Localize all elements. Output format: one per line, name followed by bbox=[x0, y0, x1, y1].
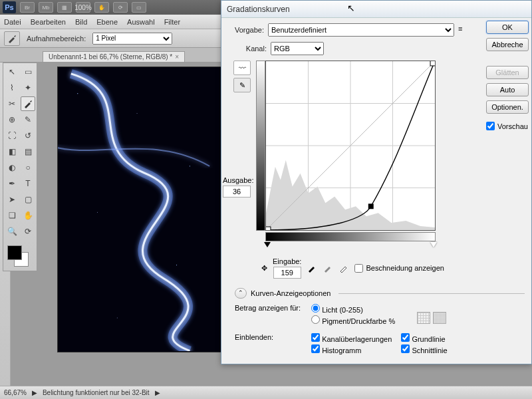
color-swatches[interactable] bbox=[5, 243, 35, 267]
svg-point-1 bbox=[137, 113, 138, 114]
sample-size-label: Aufnahmebereich: bbox=[27, 35, 86, 43]
eyedropper-tool[interactable] bbox=[21, 96, 35, 111]
black-eyedropper-icon[interactable] bbox=[307, 263, 317, 273]
ps-logo: Ps bbox=[3, 1, 16, 13]
magic-wand-tool[interactable]: ✦ bbox=[21, 80, 35, 95]
target-adjust-icon[interactable]: ✥ bbox=[261, 264, 267, 273]
pigment-radio-label: Pigment/Druckfarbe % bbox=[322, 317, 395, 325]
status-message: Belichtung funktioniert nur bei 32-Bit bbox=[43, 389, 150, 396]
amount-label: Betrag anzeigen für: bbox=[235, 304, 309, 312]
svg-point-4 bbox=[176, 265, 177, 265]
lasso-tool[interactable]: ⌇ bbox=[5, 80, 19, 95]
input-input[interactable] bbox=[273, 267, 301, 279]
close-icon[interactable]: × bbox=[175, 53, 179, 61]
minibridge-button[interactable]: Mb bbox=[39, 2, 53, 13]
light-radio-label: Licht (0-255) bbox=[322, 306, 363, 314]
curve-canvas[interactable] bbox=[265, 61, 436, 231]
gradient-tool[interactable]: ▤ bbox=[21, 144, 35, 159]
hand-tool-button[interactable]: ✋ bbox=[94, 2, 109, 13]
show-label: Einblenden: bbox=[235, 333, 309, 341]
healing-tool[interactable]: ⊕ bbox=[5, 112, 19, 127]
light-radio[interactable] bbox=[311, 304, 320, 313]
menu-filter[interactable]: Filter bbox=[164, 18, 180, 26]
view-extras-button[interactable]: ▦ bbox=[57, 2, 72, 13]
3d-tool[interactable]: ❏ bbox=[5, 208, 19, 223]
preset-select[interactable]: Benutzerdefiniert bbox=[268, 23, 454, 37]
black-point-slider[interactable] bbox=[264, 242, 271, 247]
histogram-checkbox[interactable] bbox=[311, 344, 320, 353]
stamp-tool[interactable]: ⛶ bbox=[5, 128, 19, 143]
path-select-tool[interactable]: ➤ bbox=[5, 192, 19, 207]
svg-rect-14 bbox=[430, 61, 435, 66]
arrange-button[interactable]: ▭ bbox=[132, 2, 146, 13]
output-gradient bbox=[256, 61, 265, 231]
clipping-checkbox[interactable] bbox=[354, 264, 363, 273]
input-gradient[interactable] bbox=[265, 232, 436, 241]
status-bar: 66,67% ▶ Belichtung funktioniert nur bei… bbox=[0, 386, 532, 399]
document-canvas[interactable] bbox=[57, 66, 223, 352]
eyedropper-tool-icon[interactable] bbox=[4, 31, 20, 46]
zoom-tool[interactable]: 🔍 bbox=[5, 224, 19, 239]
clipping-label: Beschneidung anzeigen bbox=[366, 264, 444, 272]
output-label: Ausgabe: bbox=[223, 176, 253, 184]
pigment-radio[interactable] bbox=[311, 315, 320, 324]
svg-point-0 bbox=[77, 93, 78, 94]
dialog-title[interactable]: Gradationskurven bbox=[221, 1, 531, 18]
white-eyedropper-icon[interactable] bbox=[338, 263, 349, 273]
sample-size-select[interactable]: 1 Pixel bbox=[92, 33, 172, 45]
menu-datei[interactable]: Datei bbox=[4, 18, 21, 26]
curves-dialog: Gradationskurven OK Abbreche Glätten Aut… bbox=[221, 0, 532, 364]
curve-point-tool[interactable]: 〰 bbox=[233, 61, 251, 75]
intersection-checkbox[interactable] bbox=[401, 344, 410, 353]
curve-box bbox=[265, 61, 436, 241]
input-label: Eingabe: bbox=[273, 257, 301, 265]
dodge-tool[interactable]: ○ bbox=[21, 160, 35, 175]
svg-point-5 bbox=[117, 317, 118, 318]
marquee-tool[interactable]: ▭ bbox=[21, 65, 35, 79]
overlay-label: Kanalüberlagerungen bbox=[322, 335, 392, 343]
preset-label: Vorgabe: bbox=[228, 26, 264, 34]
svg-rect-15 bbox=[368, 203, 374, 209]
blur-tool[interactable]: ◐ bbox=[5, 160, 19, 175]
histogram-label: Histogramm bbox=[322, 346, 361, 354]
status-zoom[interactable]: 66,67% bbox=[4, 389, 27, 396]
disclosure-button[interactable]: ⌃ bbox=[235, 288, 247, 299]
intersection-label: Schnittlinie bbox=[412, 346, 447, 354]
brush-tool[interactable]: ✎ bbox=[21, 112, 35, 127]
hand-tool[interactable]: ✋ bbox=[21, 208, 35, 223]
menu-bearbeiten[interactable]: Bearbeiten bbox=[31, 18, 66, 26]
preset-menu-icon[interactable]: ≡ bbox=[458, 25, 469, 35]
rotate-view-button[interactable]: ⟳ bbox=[113, 2, 128, 13]
menu-auswahl[interactable]: Auswahl bbox=[127, 18, 155, 26]
curves-zone: 〰 ✎ bbox=[233, 61, 525, 241]
history-brush-tool[interactable]: ↺ bbox=[21, 128, 35, 143]
bridge-button[interactable]: Br bbox=[20, 2, 35, 13]
white-point-slider[interactable] bbox=[430, 242, 437, 247]
grid-fine-icon[interactable] bbox=[433, 312, 446, 324]
zoom-level-button[interactable]: 100% bbox=[76, 2, 90, 13]
grid-coarse-icon[interactable] bbox=[417, 312, 430, 324]
crop-tool[interactable]: ✂ bbox=[5, 96, 19, 111]
type-tool[interactable]: T bbox=[21, 176, 35, 191]
document-tab-label: Unbenannt-1 bei 66,7% (Sterne, RGB/8) * bbox=[49, 53, 172, 61]
status-arrow-icon[interactable]: ▶ bbox=[32, 389, 37, 396]
eraser-tool[interactable]: ◧ bbox=[5, 144, 19, 159]
curve-draw-tool[interactable]: ✎ bbox=[233, 78, 251, 92]
foreground-swatch[interactable] bbox=[7, 245, 22, 260]
svg-rect-13 bbox=[266, 227, 271, 230]
baseline-checkbox[interactable] bbox=[401, 333, 410, 342]
status-arrow2-icon[interactable]: ▶ bbox=[155, 389, 160, 396]
move-tool[interactable]: ↖ bbox=[5, 65, 19, 79]
document-tab[interactable]: Unbenannt-1 bei 66,7% (Sterne, RGB/8) * … bbox=[43, 51, 185, 62]
svg-point-3 bbox=[97, 212, 98, 213]
overlay-checkbox[interactable] bbox=[311, 333, 320, 342]
menu-ebene[interactable]: Ebene bbox=[96, 18, 118, 26]
pen-tool[interactable]: ✒ bbox=[5, 176, 19, 191]
output-input[interactable] bbox=[223, 186, 251, 198]
channel-select[interactable]: RGB bbox=[271, 42, 324, 55]
menu-bild[interactable]: Bild bbox=[75, 18, 87, 26]
channel-label: Kanal: bbox=[231, 45, 267, 53]
rotate-tool[interactable]: ⟳ bbox=[21, 224, 35, 239]
shape-tool[interactable]: ▢ bbox=[21, 192, 35, 207]
gray-eyedropper-icon[interactable] bbox=[323, 263, 333, 273]
